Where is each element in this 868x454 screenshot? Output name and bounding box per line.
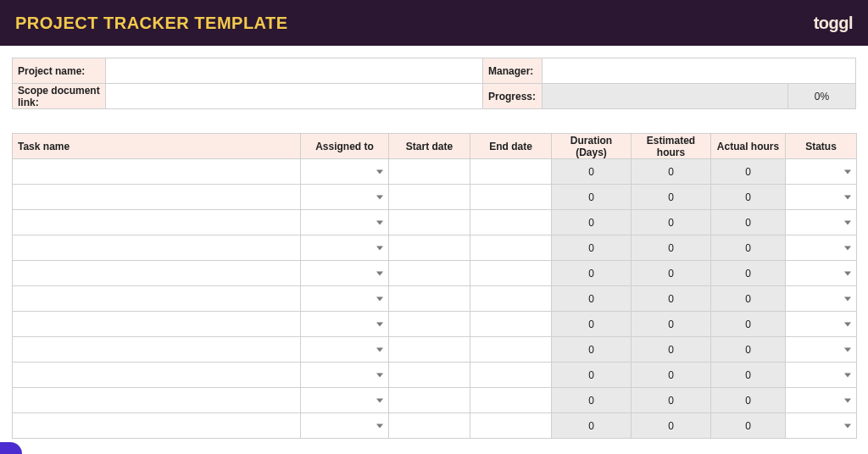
chevron-down-icon xyxy=(844,271,851,275)
task-name-cell[interactable] xyxy=(13,261,301,286)
chevron-down-icon xyxy=(844,296,851,301)
end-date-cell[interactable] xyxy=(470,286,552,312)
est-hours-cell: 0 xyxy=(632,388,711,413)
manager-cell[interactable] xyxy=(542,58,856,84)
task-name-cell[interactable] xyxy=(13,337,301,363)
task-name-cell[interactable] xyxy=(13,210,301,235)
assigned-to-cell[interactable] xyxy=(301,185,389,210)
start-date-cell[interactable] xyxy=(389,159,470,185)
chevron-down-icon xyxy=(844,398,851,402)
end-date-cell[interactable] xyxy=(470,185,552,210)
project-name-cell[interactable] xyxy=(106,58,483,84)
progress-percent: 0% xyxy=(788,84,856,109)
chevron-down-icon xyxy=(376,169,383,174)
start-date-cell[interactable] xyxy=(389,261,470,286)
actual-hours-cell: 0 xyxy=(711,235,786,261)
chevron-down-icon xyxy=(844,220,851,224)
end-date-cell[interactable] xyxy=(470,413,552,439)
duration-cell: 0 xyxy=(552,210,632,235)
actual-hours-cell: 0 xyxy=(711,312,786,337)
est-hours-cell: 0 xyxy=(632,312,711,337)
table-row: 000 xyxy=(13,337,857,363)
est-hours-cell: 0 xyxy=(632,363,711,388)
duration-cell: 0 xyxy=(552,159,632,185)
actual-hours-cell: 0 xyxy=(711,388,786,413)
actual-hours-cell: 0 xyxy=(711,413,786,439)
task-name-cell[interactable] xyxy=(13,235,301,261)
table-row: 000 xyxy=(13,210,857,235)
chevron-down-icon xyxy=(844,195,851,199)
tasks-header-row: Task name Assigned to Start date End dat… xyxy=(13,134,857,159)
duration-cell: 0 xyxy=(552,185,632,210)
end-date-cell[interactable] xyxy=(470,312,552,337)
chevron-down-icon xyxy=(844,322,851,326)
end-date-cell[interactable] xyxy=(470,363,552,388)
table-row: 000 xyxy=(13,388,857,413)
start-date-cell[interactable] xyxy=(389,235,470,261)
col-start-date: Start date xyxy=(389,134,470,159)
task-name-cell[interactable] xyxy=(13,159,301,185)
assigned-to-cell[interactable] xyxy=(301,363,389,388)
assigned-to-cell[interactable] xyxy=(301,210,389,235)
assigned-to-cell[interactable] xyxy=(301,413,389,439)
status-cell[interactable] xyxy=(786,337,857,363)
start-date-cell[interactable] xyxy=(389,337,470,363)
chevron-down-icon xyxy=(376,347,383,352)
page-title: PROJECT TRACKER TEMPLATE xyxy=(15,14,288,33)
start-date-cell[interactable] xyxy=(389,363,470,388)
est-hours-cell: 0 xyxy=(632,413,711,439)
table-row: 000 xyxy=(13,363,857,388)
scope-link-label: Scope document link: xyxy=(13,84,106,109)
status-cell[interactable] xyxy=(786,388,857,413)
table-row: 000 xyxy=(13,312,857,337)
assigned-to-cell[interactable] xyxy=(301,337,389,363)
start-date-cell[interactable] xyxy=(389,286,470,312)
status-cell[interactable] xyxy=(786,185,857,210)
start-date-cell[interactable] xyxy=(389,388,470,413)
project-name-label: Project name: xyxy=(13,58,106,84)
chevron-down-icon xyxy=(844,347,851,352)
task-name-cell[interactable] xyxy=(13,388,301,413)
end-date-cell[interactable] xyxy=(470,159,552,185)
task-name-cell[interactable] xyxy=(13,312,301,337)
start-date-cell[interactable] xyxy=(389,413,470,439)
status-cell[interactable] xyxy=(786,261,857,286)
status-cell[interactable] xyxy=(786,235,857,261)
est-hours-cell: 0 xyxy=(632,185,711,210)
end-date-cell[interactable] xyxy=(470,261,552,286)
status-cell[interactable] xyxy=(786,413,857,439)
end-date-cell[interactable] xyxy=(470,235,552,261)
table-row: 000 xyxy=(13,286,857,312)
task-name-cell[interactable] xyxy=(13,413,301,439)
assigned-to-cell[interactable] xyxy=(301,312,389,337)
status-cell[interactable] xyxy=(786,210,857,235)
status-cell[interactable] xyxy=(786,363,857,388)
start-date-cell[interactable] xyxy=(389,185,470,210)
status-cell[interactable] xyxy=(786,159,857,185)
duration-cell: 0 xyxy=(552,286,632,312)
status-cell[interactable] xyxy=(786,312,857,337)
status-cell[interactable] xyxy=(786,286,857,312)
scope-link-cell[interactable] xyxy=(106,84,483,109)
start-date-cell[interactable] xyxy=(389,210,470,235)
est-hours-cell: 0 xyxy=(632,235,711,261)
chevron-down-icon xyxy=(376,424,383,428)
duration-cell: 0 xyxy=(552,388,632,413)
assigned-to-cell[interactable] xyxy=(301,235,389,261)
col-end-date: End date xyxy=(470,134,552,159)
assigned-to-cell[interactable] xyxy=(301,286,389,312)
actual-hours-cell: 0 xyxy=(711,185,786,210)
est-hours-cell: 0 xyxy=(632,210,711,235)
assigned-to-cell[interactable] xyxy=(301,159,389,185)
end-date-cell[interactable] xyxy=(470,210,552,235)
task-name-cell[interactable] xyxy=(13,363,301,388)
task-name-cell[interactable] xyxy=(13,286,301,312)
end-date-cell[interactable] xyxy=(470,388,552,413)
task-name-cell[interactable] xyxy=(13,185,301,210)
chevron-down-icon xyxy=(376,246,383,250)
assigned-to-cell[interactable] xyxy=(301,261,389,286)
chevron-down-icon xyxy=(376,322,383,326)
end-date-cell[interactable] xyxy=(470,337,552,363)
assigned-to-cell[interactable] xyxy=(301,388,389,413)
start-date-cell[interactable] xyxy=(389,312,470,337)
